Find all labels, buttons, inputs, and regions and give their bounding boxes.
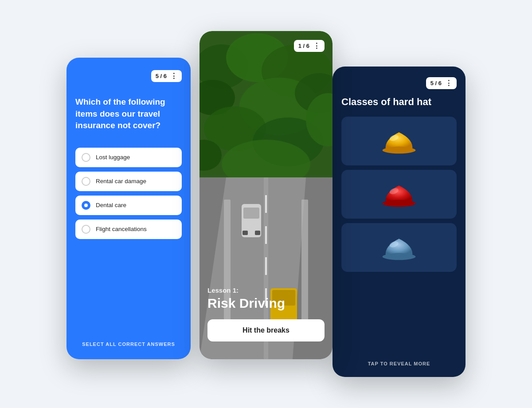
hardhat-menu-icon[interactable]: ⋮ bbox=[445, 79, 452, 87]
quiz-progress-text: 5 / 6 bbox=[156, 73, 167, 79]
lesson-progress-text: 1 / 6 bbox=[298, 43, 309, 49]
answer-text-1: Lost luggage bbox=[96, 154, 130, 161]
answer-text-2: Rental car damage bbox=[96, 178, 146, 184]
quiz-card: 5 / 6 ⋮ Which of the following items doe… bbox=[66, 58, 191, 359]
answer-option-1[interactable]: Lost luggage bbox=[75, 148, 182, 167]
answer-option-2[interactable]: Rental car damage bbox=[75, 172, 182, 191]
lesson-title: Risk Driving bbox=[207, 296, 325, 310]
hardhat-progress-text: 5 / 6 bbox=[430, 80, 442, 86]
main-scene: 5 / 6 ⋮ Which of the following items doe… bbox=[66, 31, 466, 377]
answer-text-4: Flight cancellations bbox=[96, 226, 147, 232]
hat-items-list bbox=[341, 117, 457, 354]
lesson-title-area: Lesson 1: Risk Driving Hit the breaks bbox=[207, 286, 325, 350]
radio-circle-1 bbox=[82, 153, 90, 162]
select-all-label: SELECT ALL CORRECT ANSWERS bbox=[75, 341, 182, 347]
blue-hat-icon bbox=[379, 231, 419, 264]
lesson-header: 1 / 6 ⋮ bbox=[207, 40, 325, 52]
quiz-menu-icon[interactable]: ⋮ bbox=[170, 72, 177, 80]
lesson-progress-badge: 1 / 6 ⋮ bbox=[294, 40, 325, 52]
hat-item-yellow[interactable] bbox=[341, 117, 457, 165]
answer-options-list: Lost luggage Rental car damage Dental ca… bbox=[75, 148, 182, 331]
hardhat-progress-badge: 5 / 6 ⋮ bbox=[426, 77, 457, 89]
yellow-hat-icon bbox=[379, 125, 419, 158]
answer-option-3[interactable]: Dental care bbox=[75, 196, 182, 215]
radio-circle-3-selected bbox=[82, 201, 90, 210]
red-hat-icon bbox=[379, 178, 419, 211]
answer-option-4[interactable]: Flight cancellations bbox=[75, 220, 182, 239]
radio-circle-4 bbox=[82, 225, 90, 234]
lesson-card-content: 1 / 6 ⋮ Lesson 1: Risk Driving Hit the b… bbox=[200, 31, 332, 359]
hat-item-blue[interactable] bbox=[341, 223, 457, 272]
lesson-subtitle: Lesson 1: bbox=[207, 286, 325, 294]
answer-text-3: Dental care bbox=[96, 202, 126, 208]
quiz-progress-badge: 5 / 6 ⋮ bbox=[151, 70, 182, 82]
radio-circle-2 bbox=[82, 177, 90, 186]
quiz-question: Which of the following items does our tr… bbox=[75, 96, 182, 132]
tap-reveal-label[interactable]: TAP TO REVEAL MORE bbox=[341, 361, 457, 366]
hardhat-title: Classes of hard hat bbox=[341, 96, 457, 108]
hit-breaks-button[interactable]: Hit the breaks bbox=[207, 319, 325, 341]
hardhat-card: 5 / 6 ⋮ Classes of hard hat bbox=[332, 67, 466, 377]
quiz-header: 5 / 6 ⋮ bbox=[75, 70, 182, 82]
lesson-card: 1 / 6 ⋮ Lesson 1: Risk Driving Hit the b… bbox=[200, 31, 332, 359]
hardhat-header: 5 / 6 ⋮ bbox=[341, 77, 457, 89]
hat-item-red[interactable] bbox=[341, 170, 457, 219]
lesson-menu-icon[interactable]: ⋮ bbox=[313, 42, 320, 50]
